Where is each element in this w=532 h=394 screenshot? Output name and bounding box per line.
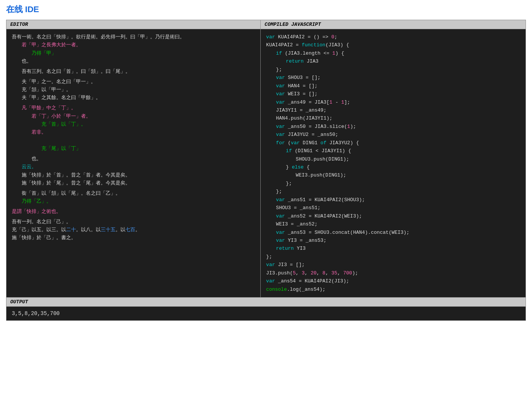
page-title: 在线 IDE bbox=[6, 4, 526, 15]
output-section: OUTPUT 3,5,8,20,35,700 bbox=[6, 298, 526, 321]
output-header: OUTPUT bbox=[6, 298, 526, 307]
editor-header: EDITOR bbox=[6, 20, 260, 29]
editor-panel: EDITOR 吾有一術。名之曰「快排」。欲行是術。必先得一列。曰「甲」。乃行是術… bbox=[6, 20, 261, 297]
compiled-content[interactable]: var KUAI4PAI2 = () => 0; KUAI4PAI2 = fun… bbox=[261, 29, 526, 297]
editor-content[interactable]: 吾有一術。名之曰「快排」。欲行是術。必先得一列。曰「甲」。乃行是術曰。 若「甲」… bbox=[6, 29, 260, 297]
output-content: 3,5,8,20,35,700 bbox=[6, 307, 526, 320]
compiled-header: COMPILED JAVASCRIPT bbox=[261, 20, 526, 29]
compiled-panel: COMPILED JAVASCRIPT var KUAI4PAI2 = () =… bbox=[261, 20, 526, 297]
main-layout: EDITOR 吾有一術。名之曰「快排」。欲行是術。必先得一列。曰「甲」。乃行是術… bbox=[6, 20, 526, 321]
top-panels: EDITOR 吾有一術。名之曰「快排」。欲行是術。必先得一列。曰「甲」。乃行是術… bbox=[6, 20, 526, 298]
output-result: 3,5,8,20,35,700 bbox=[12, 310, 60, 317]
